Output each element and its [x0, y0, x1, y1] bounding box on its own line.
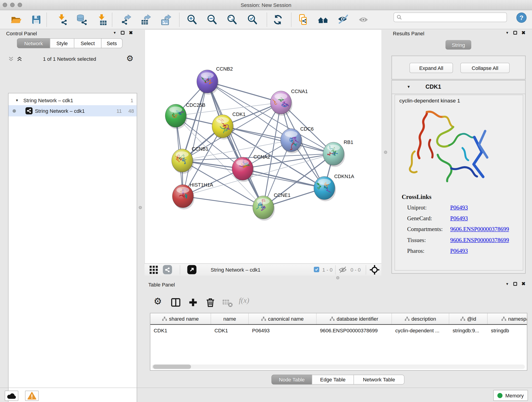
table-cell[interactable]: 9606.ENSP00000378699: [317, 327, 392, 333]
save-session-icon[interactable]: [31, 14, 42, 26]
crosslink-link[interactable]: 9606.ENSP00000378699: [450, 226, 509, 233]
panel-float-icon[interactable]: [121, 31, 124, 35]
panel-menu-icon[interactable]: ▼: [505, 282, 509, 286]
graph-node-CDKN1A[interactable]: CDKN1A: [314, 174, 355, 201]
home-icon[interactable]: [317, 14, 329, 26]
search-box[interactable]: [394, 13, 507, 22]
delete-trash-icon[interactable]: [205, 297, 215, 307]
column-header-namespace[interactable]: namespace: [488, 313, 527, 324]
panel-menu-icon[interactable]: ▼: [113, 31, 116, 35]
graph-node-CDK1[interactable]: CDK1: [212, 112, 246, 139]
chevron-down-icon[interactable]: ▼: [407, 85, 411, 89]
tab-network[interactable]: Network: [17, 38, 50, 48]
graph-node-CCNA2[interactable]: CCNA2: [232, 154, 270, 182]
gear-icon[interactable]: ⚙: [126, 54, 133, 63]
chevron-down-icon[interactable]: ▼: [15, 98, 19, 102]
left-splitter-handle[interactable]: [139, 206, 142, 209]
table-settings-gear-icon[interactable]: ⚙: [154, 296, 162, 307]
table-cell[interactable]: CDK1: [150, 327, 211, 333]
network-canvas[interactable]: CCNB2CCNA1CDC25BCDK1CDC6RB1CCNB1CCNA2CDK…: [145, 30, 381, 263]
crosslink-link[interactable]: P06493: [450, 215, 468, 222]
memory-button[interactable]: Memory: [493, 390, 528, 401]
import-table-icon[interactable]: [96, 14, 108, 26]
fit-content-crosshair-icon[interactable]: [370, 265, 380, 275]
graph-node-RB1[interactable]: RB1: [323, 140, 353, 167]
copy-documents-icon[interactable]: [297, 14, 309, 26]
cloud-button[interactable]: [5, 390, 18, 401]
show-hide-panels-icon[interactable]: [337, 14, 349, 26]
divider: [335, 265, 336, 274]
network-collection-row[interactable]: ▼ String Network – cdk1 1: [8, 95, 137, 105]
help-button[interactable]: ?: [516, 13, 526, 23]
right-splitter-handle[interactable]: [384, 151, 387, 154]
tab-node-table[interactable]: Node Table: [272, 375, 312, 385]
panel-close-icon[interactable]: ✖: [129, 31, 133, 35]
edge-CCNA2-CDKN1A[interactable]: [243, 169, 324, 188]
tab-edge-table[interactable]: Edge Table: [312, 375, 354, 385]
selected-checkbox-icon[interactable]: [314, 267, 319, 272]
column-header-name[interactable]: name: [211, 313, 249, 324]
refresh-icon[interactable]: [272, 14, 284, 26]
panel-float-icon[interactable]: [513, 282, 517, 286]
graph-node-CCNA1[interactable]: CCNA1: [270, 89, 308, 116]
graph-node-CCNB1[interactable]: CCNB1: [172, 147, 208, 174]
warnings-button[interactable]: [25, 390, 39, 401]
divider: [366, 265, 366, 274]
column-header-description[interactable]: description: [392, 313, 449, 324]
edge-CCNB2-HIST1H1A[interactable]: [183, 81, 207, 196]
table-cell[interactable]: stringdb: [488, 327, 527, 333]
table-cell[interactable]: cyclin-dependent ...: [392, 327, 449, 333]
zoom-in-icon[interactable]: [186, 14, 198, 26]
edge-CCNB2-CCNE1[interactable]: [207, 81, 263, 207]
search-input[interactable]: [402, 14, 507, 20]
panel-menu-icon[interactable]: ▼: [505, 31, 509, 35]
column-header--id[interactable]: @id: [449, 313, 488, 324]
share-view-icon[interactable]: [163, 265, 172, 274]
graph-node-CDC25B[interactable]: CDC25B: [165, 102, 205, 129]
open-session-icon[interactable]: [10, 14, 22, 26]
graph-node-CCNB2[interactable]: CCNB2: [197, 66, 233, 95]
table-cell[interactable]: CDK1: [211, 327, 249, 333]
birds-eye-view-icon[interactable]: [187, 265, 196, 274]
tab-select[interactable]: Select: [74, 38, 101, 48]
crosslink-link[interactable]: P06493: [450, 248, 468, 255]
tab-network-table[interactable]: Network Table: [354, 375, 404, 385]
import-network-icon[interactable]: [56, 14, 68, 26]
tab-style[interactable]: Style: [50, 38, 75, 48]
zoom-out-icon[interactable]: [206, 14, 218, 26]
panel-float-icon[interactable]: [513, 31, 517, 35]
graph-node-HIST1H1A[interactable]: HIST1H1A: [172, 182, 213, 209]
column-header-canonical-name[interactable]: canonical name: [249, 313, 317, 324]
table-row[interactable]: CDK1CDK1P064939606.ENSP00000378699cyclin…: [150, 325, 527, 336]
add-column-icon[interactable]: [188, 297, 198, 307]
zoom-selected-icon[interactable]: [247, 14, 258, 26]
search-icon: [397, 15, 402, 20]
export-network-icon[interactable]: [120, 14, 132, 26]
import-database-icon[interactable]: [76, 14, 88, 26]
table-cell[interactable]: stringdb:9...: [449, 327, 488, 333]
scrollbar-thumb[interactable]: [153, 364, 191, 369]
collapse-all-button[interactable]: Collapse All: [461, 63, 510, 73]
panel-close-icon[interactable]: ✖: [521, 31, 525, 35]
edge-HIST1H1A-CCNE1[interactable]: [183, 196, 263, 207]
column-header-shared-name[interactable]: shared name: [150, 313, 211, 324]
grid-view-icon[interactable]: [149, 265, 158, 274]
show-columns-icon[interactable]: [171, 297, 181, 307]
crosslink-link[interactable]: P06493: [450, 204, 468, 211]
hidden-eye-icon[interactable]: [339, 266, 347, 274]
export-table-icon[interactable]: [140, 14, 152, 26]
tab-string[interactable]: String: [445, 40, 471, 50]
gene-header-row[interactable]: ▼ CDK1: [392, 80, 525, 94]
crosslink-link[interactable]: 9606.ENSP00000378699: [450, 237, 509, 244]
expand-all-button[interactable]: Expand All: [409, 63, 453, 73]
tab-sets[interactable]: Sets: [101, 38, 122, 48]
network-row-selected[interactable]: String Network – cdk1 11 48: [8, 105, 137, 116]
export-image-icon[interactable]: [160, 14, 172, 26]
panel-close-icon[interactable]: ✖: [521, 282, 525, 286]
table-cell[interactable]: P06493: [249, 327, 317, 333]
current-network-name: String Network – cdk1: [211, 267, 260, 273]
horizontal-scrollbar[interactable]: [152, 364, 525, 369]
column-header-database-identifier[interactable]: database identifier: [317, 313, 392, 324]
horizontal-splitter-handle[interactable]: [336, 276, 339, 279]
zoom-fit-icon[interactable]: [226, 14, 238, 26]
